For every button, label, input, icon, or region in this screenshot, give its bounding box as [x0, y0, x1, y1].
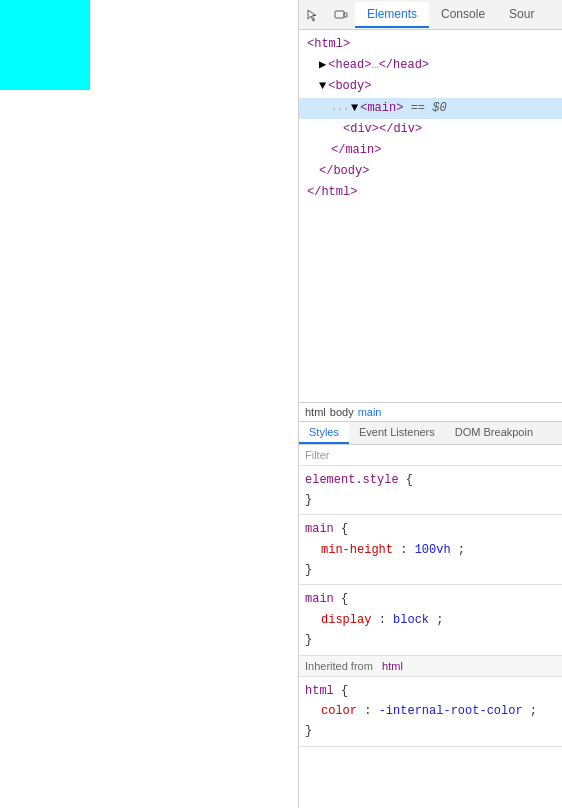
tag-body-close: </body> [319, 162, 369, 181]
tree-div[interactable]: <div></div> [299, 119, 562, 140]
tree-html-close[interactable]: </html> [299, 182, 562, 203]
styles-panel: Filter element.style { } main { min-heig… [299, 445, 562, 809]
rule-html-prop-color: color : -internal-root-color ; [305, 701, 556, 721]
filter-label: Filter [305, 449, 329, 461]
tab-sources[interactable]: Sour [497, 2, 546, 28]
device-icon[interactable] [327, 1, 355, 29]
head-dots: … [371, 56, 378, 75]
selected-marker: == $0 [403, 99, 446, 118]
tag-div: <div></div> [343, 120, 422, 139]
style-rule-html-color: html { color : -internal-root-color ; } [299, 677, 562, 747]
expand-main-icon: ▼ [351, 99, 358, 118]
tab-console[interactable]: Console [429, 2, 497, 28]
rule-element-selector: element.style { [305, 470, 556, 490]
tag-html: <html> [307, 35, 350, 54]
cursor-icon[interactable] [299, 1, 327, 29]
tree-head[interactable]: ▶ <head> … </head> [299, 55, 562, 76]
tag-head-close: </head> [379, 56, 429, 75]
tree-body-close[interactable]: </body> [299, 161, 562, 182]
breadcrumb-html[interactable]: html [305, 406, 326, 418]
cyan-box [0, 0, 90, 90]
webpage-preview [0, 0, 298, 808]
tree-main-close[interactable]: </main> [299, 140, 562, 161]
tag-html-close: </html> [307, 183, 357, 202]
style-rule-element: element.style { } [299, 466, 562, 516]
devtools-main-tabs: Elements Console Sour [355, 2, 562, 28]
svg-rect-0 [335, 11, 344, 18]
breadcrumb: html body main [299, 402, 562, 422]
subtab-styles[interactable]: Styles [299, 422, 349, 444]
style-rule-main-display: main { display : block ; } [299, 585, 562, 655]
tag-head: <head> [328, 56, 371, 75]
expand-head-icon: ▶ [319, 56, 326, 75]
tree-main[interactable]: ... ▼ <main> == $0 [299, 98, 562, 119]
rule-main-selector-2: main { [305, 589, 556, 609]
inherited-tag: html [382, 660, 403, 672]
rule-element-close: } [305, 490, 556, 510]
sub-tabs: Styles Event Listeners DOM Breakpoin [299, 422, 562, 445]
svg-rect-1 [344, 13, 347, 17]
rule-main-close-2: } [305, 630, 556, 650]
dots-indicator: ... [331, 100, 349, 116]
elements-tree: <html> ▶ <head> … </head> ▼ <body> ... ▼… [299, 30, 562, 402]
tree-body[interactable]: ▼ <body> [299, 76, 562, 97]
subtab-dom-breakpoints[interactable]: DOM Breakpoin [445, 422, 543, 444]
subtab-event-listeners[interactable]: Event Listeners [349, 422, 445, 444]
filter-bar: Filter [299, 445, 562, 466]
devtools-panel: Elements Console Sour <html> ▶ <head> … … [298, 0, 562, 808]
breadcrumb-main[interactable]: main [358, 406, 382, 418]
rule-main-prop-minheight: min-height : 100vh ; [305, 540, 556, 560]
expand-body-icon: ▼ [319, 77, 326, 96]
tab-elements[interactable]: Elements [355, 2, 429, 28]
rule-html-selector: html { [305, 681, 556, 701]
tag-body: <body> [328, 77, 371, 96]
devtools-toolbar: Elements Console Sour [299, 0, 562, 30]
tag-main-close: </main> [331, 141, 381, 160]
rule-main-selector-1: main { [305, 519, 556, 539]
inherited-from-bar: Inherited from html [299, 656, 562, 677]
rule-html-close: } [305, 721, 556, 741]
inherited-from-label: Inherited from [305, 660, 373, 672]
tag-main: <main> [360, 99, 403, 118]
style-rule-main-minheight: main { min-height : 100vh ; } [299, 515, 562, 585]
rule-main-close-1: } [305, 560, 556, 580]
tree-html[interactable]: <html> [299, 34, 562, 55]
rule-main-prop-display: display : block ; [305, 610, 556, 630]
breadcrumb-body[interactable]: body [330, 406, 354, 418]
